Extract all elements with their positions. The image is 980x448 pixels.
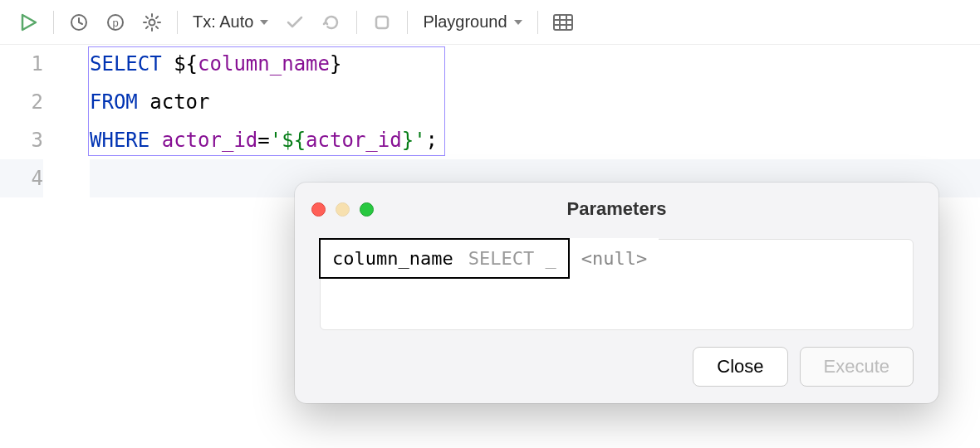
chevron-down-icon	[514, 20, 522, 25]
svg-rect-6	[554, 15, 572, 30]
line-number: 4	[0, 159, 43, 197]
playground-dropdown[interactable]: Playground	[418, 12, 527, 32]
divider	[356, 11, 357, 34]
divider	[407, 11, 408, 34]
code-line[interactable]: SELECT ${column_name}	[90, 45, 980, 83]
run-button[interactable]	[13, 7, 43, 37]
close-button[interactable]: Close	[693, 347, 787, 387]
p-circle-icon[interactable]: p	[100, 7, 130, 37]
parameter-row[interactable]: column_name SELECT _ <null>	[319, 238, 659, 279]
code-editor[interactable]: 1234 SELECT ${column_name}FROM actorWHER…	[0, 45, 980, 197]
parameter-value-cell[interactable]: <null>	[570, 238, 659, 279]
minimize-window-icon	[336, 202, 350, 217]
gear-icon[interactable]	[137, 7, 167, 37]
tx-mode-dropdown[interactable]: Tx: Auto	[188, 12, 273, 32]
code-area[interactable]: SELECT ${column_name}FROM actorWHERE act…	[83, 45, 980, 197]
code-line[interactable]: FROM actor	[90, 83, 980, 121]
svg-rect-5	[376, 17, 388, 28]
tx-mode-label: Tx: Auto	[193, 12, 253, 32]
parameter-name-cell[interactable]: column_name SELECT _	[319, 238, 570, 279]
commit-icon[interactable]	[280, 7, 310, 37]
table-view-icon[interactable]	[548, 7, 578, 37]
stop-button[interactable]	[367, 7, 397, 37]
execute-button[interactable]: Execute	[800, 347, 914, 387]
chevron-down-icon	[260, 20, 268, 25]
svg-point-4	[149, 19, 155, 25]
parameters-list: column_name SELECT _ <null>	[320, 239, 914, 330]
line-gutter: 1234	[0, 45, 83, 197]
dialog-header: Parameters	[311, 197, 922, 221]
dialog-footer: Close Execute	[311, 347, 922, 387]
line-number: 2	[0, 83, 43, 121]
svg-text:p: p	[112, 17, 118, 29]
rollback-icon[interactable]	[316, 7, 346, 37]
parameters-dialog: Parameters column_name SELECT _ <null> C…	[295, 183, 938, 403]
line-number: 1	[0, 45, 43, 83]
window-controls	[311, 202, 374, 217]
parameter-value: <null>	[581, 248, 647, 269]
divider	[537, 11, 538, 34]
close-window-icon[interactable]	[311, 202, 326, 217]
history-icon[interactable]	[64, 7, 94, 37]
svg-marker-0	[22, 15, 36, 30]
toolbar: p Tx: Auto Playground	[0, 0, 980, 45]
divider	[53, 11, 54, 34]
zoom-window-icon[interactable]	[360, 202, 374, 217]
parameter-name: column_name	[332, 248, 453, 269]
playground-label: Playground	[423, 12, 507, 32]
code-line[interactable]: WHERE actor_id='${actor_id}';	[90, 121, 980, 159]
parameter-hint: SELECT _	[468, 248, 556, 269]
dialog-title: Parameters	[311, 198, 922, 220]
line-number: 3	[0, 121, 43, 159]
divider	[177, 11, 178, 34]
